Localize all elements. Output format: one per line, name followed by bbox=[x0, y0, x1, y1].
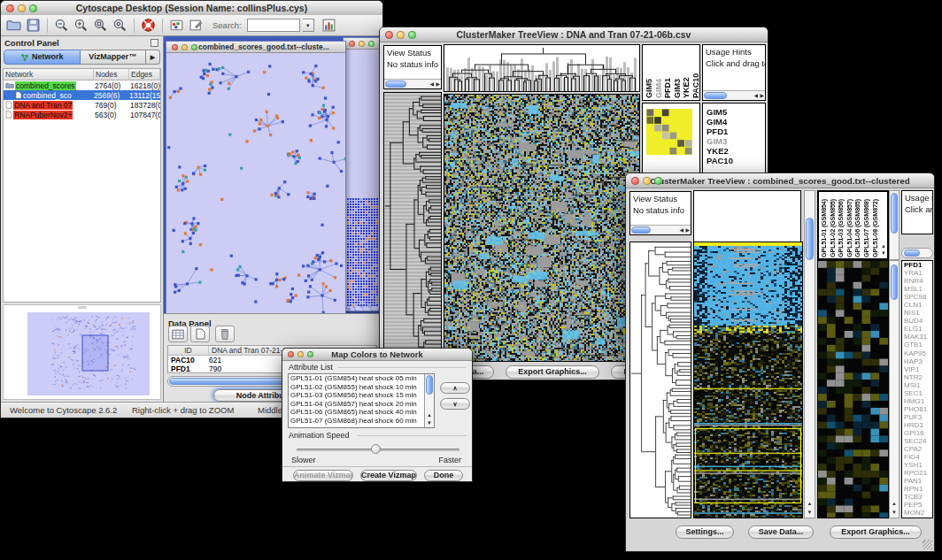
gene-label[interactable]: PAC10 bbox=[705, 156, 765, 165]
table-mode-button[interactable] bbox=[168, 326, 188, 342]
zoom-window-icon[interactable] bbox=[29, 4, 37, 12]
scroll-left-icon[interactable]: ◀ bbox=[679, 227, 683, 234]
save-button[interactable] bbox=[25, 17, 42, 34]
gene-label[interactable]: RPO21 bbox=[902, 469, 932, 477]
attribute-item[interactable]: GPL51-07 (GSM868) heat shock 60 min bbox=[290, 417, 434, 426]
zoom-window-icon[interactable] bbox=[307, 351, 313, 357]
create-vizmap-button[interactable]: Create Vizmap bbox=[360, 470, 417, 481]
dna-export-graphics-button[interactable]: Export Graphics... bbox=[506, 365, 599, 379]
row-dendrogram-canvas[interactable] bbox=[384, 93, 441, 361]
close-icon[interactable] bbox=[172, 44, 178, 50]
gene-label[interactable]: GPI16 bbox=[902, 429, 932, 437]
col-network[interactable]: Network bbox=[4, 69, 94, 80]
gene-label[interactable]: HMG1 bbox=[902, 397, 932, 405]
animate-vizmap-button[interactable]: Animate Vizmap bbox=[293, 470, 353, 481]
combined-heatmap-canvas[interactable] bbox=[694, 242, 802, 518]
window-controls[interactable] bbox=[349, 41, 374, 47]
scroll-up-icon[interactable]: ▲ bbox=[890, 501, 899, 507]
gene-label[interactable]: HAP3 bbox=[902, 357, 932, 365]
scroll-up-icon[interactable]: ▲ bbox=[805, 501, 815, 507]
dialog-titlebar[interactable]: Map Colors to Network bbox=[282, 349, 472, 361]
gene-label[interactable]: KAP95 bbox=[902, 349, 932, 357]
gene-label[interactable]: GIM5 bbox=[705, 107, 765, 117]
dna-heatmap-panel[interactable] bbox=[444, 94, 640, 362]
combined-gene-list[interactable]: PFD1YRA1RNR4MSL1SPC98CLN1NIS1BUD4ELG1MAK… bbox=[901, 260, 933, 518]
zoom-out-icon[interactable] bbox=[53, 17, 70, 34]
window-controls[interactable] bbox=[172, 44, 197, 50]
gene-label[interactable]: PHO81 bbox=[902, 405, 932, 413]
attribute-item[interactable]: GPL51-02 (GSM855) heat shock 10 min bbox=[290, 383, 434, 392]
tab-overflow-button[interactable]: ▶ bbox=[146, 50, 160, 65]
attribute-item[interactable]: GPL51-01 (GSM854) heat shock 05 min bbox=[290, 374, 434, 383]
zoom-fit-icon[interactable] bbox=[112, 17, 128, 34]
network-canvas-grid[interactable] bbox=[344, 50, 382, 311]
scroll-down-icon[interactable]: ▼ bbox=[881, 250, 886, 257]
child-titlebar[interactable]: combined_scores_good.txt--cluste... bbox=[166, 42, 345, 53]
gene-label[interactable]: GIM4 bbox=[705, 117, 765, 127]
gene-label[interactable]: YRA1 bbox=[902, 269, 932, 277]
scroll-up-icon[interactable]: ▲ bbox=[425, 412, 434, 418]
scroll-right-icon[interactable]: ▶ bbox=[760, 93, 764, 99]
vizmapper-icon[interactable] bbox=[168, 17, 185, 34]
gene-label[interactable]: SPC98 bbox=[902, 293, 932, 301]
network-row[interactable]: RNAPuberNov2+ 563(0) 107847(0) bbox=[4, 110, 160, 119]
scroll-up-icon[interactable]: ▲ bbox=[881, 243, 886, 249]
gene-label[interactable]: RPN1 bbox=[902, 485, 932, 493]
tab-vizmapper[interactable]: VizMapper™ bbox=[81, 50, 146, 65]
delete-attribute-button[interactable] bbox=[215, 326, 235, 342]
gene-label[interactable]: PFD1 bbox=[902, 261, 932, 269]
zoom-window-icon[interactable] bbox=[654, 177, 662, 185]
minimize-icon[interactable] bbox=[359, 41, 365, 47]
network-overview-canvas[interactable] bbox=[27, 312, 150, 395]
combined-heatmap-panel[interactable] bbox=[693, 242, 803, 518]
gene-label[interactable]: PFD1 bbox=[705, 127, 765, 136]
gene-label[interactable]: BUD4 bbox=[902, 317, 932, 325]
attribute-item[interactable]: GPL51-04 (GSM857) heat shock 20 min bbox=[290, 400, 434, 409]
close-icon[interactable] bbox=[631, 177, 639, 185]
zoom-window-icon[interactable] bbox=[191, 44, 197, 50]
listbox-scrollbar[interactable]: ▲ ▼ bbox=[424, 374, 434, 427]
search-dropdown-button[interactable]: ▼ bbox=[303, 19, 314, 32]
attribute-listbox[interactable]: GPL51-01 (GSM854) heat shock 05 minGPL51… bbox=[288, 373, 435, 428]
detail-vscrollbar[interactable]: ▲ ▼ bbox=[889, 260, 900, 518]
window-controls[interactable] bbox=[385, 31, 416, 39]
combined-detail-panel[interactable] bbox=[817, 260, 889, 518]
float-panel-icon[interactable] bbox=[151, 39, 158, 47]
dna-titlebar[interactable]: ClusterMaker TreeView : DNA and Tran 07-… bbox=[380, 27, 768, 42]
gene-label[interactable]: MSL1 bbox=[902, 285, 932, 293]
detail-heatmap-canvas[interactable] bbox=[818, 261, 888, 518]
main-titlebar[interactable]: Cytoscape Desktop (Session Name: collins… bbox=[1, 1, 382, 16]
correlation-matrix-canvas[interactable] bbox=[646, 109, 692, 155]
minimize-icon[interactable] bbox=[397, 31, 405, 39]
open-file-button[interactable] bbox=[5, 17, 22, 34]
search-input[interactable] bbox=[247, 19, 300, 32]
gene-label[interactable]: SEC1 bbox=[902, 389, 932, 397]
gene-label[interactable]: MSI1 bbox=[902, 381, 932, 389]
window-controls[interactable] bbox=[6, 4, 37, 12]
zoom-selected-icon[interactable] bbox=[92, 17, 109, 34]
row-dendrogram-canvas[interactable] bbox=[630, 242, 691, 518]
attribute-item[interactable]: GPL51-06 (GSM865) heat shock 40 min bbox=[290, 408, 434, 417]
zoom-window-icon[interactable] bbox=[368, 41, 374, 47]
minimize-icon[interactable] bbox=[18, 4, 26, 12]
gene-label[interactable]: CPA2 bbox=[902, 445, 932, 453]
close-icon[interactable] bbox=[349, 41, 355, 47]
report-icon[interactable] bbox=[320, 17, 337, 34]
gene-label[interactable]: NTR2 bbox=[902, 373, 932, 381]
zoom-window-icon[interactable] bbox=[408, 31, 416, 39]
gene-label[interactable]: HRD3 bbox=[902, 421, 932, 429]
gene-label[interactable]: PEP5 bbox=[902, 501, 932, 509]
gene-label[interactable]: GTB1 bbox=[902, 341, 932, 349]
minimize-icon[interactable] bbox=[181, 44, 188, 50]
dna-heatmap-canvas[interactable] bbox=[444, 95, 639, 361]
network-row-selected[interactable]: combined_sco 2569(6) 13112(15) bbox=[4, 90, 160, 100]
dna-column-dendrogram-panel[interactable] bbox=[444, 44, 640, 92]
gene-label[interactable]: PUF3 bbox=[902, 413, 932, 421]
col-nodes[interactable]: Nodes bbox=[94, 69, 129, 80]
gene-label[interactable]: MAK31 bbox=[902, 333, 932, 341]
gene-label[interactable]: YKE2 bbox=[705, 146, 765, 156]
gene-label[interactable]: MON2 bbox=[902, 509, 932, 517]
window-controls[interactable] bbox=[631, 177, 662, 185]
network-row[interactable]: combined_scores 2764(0) 16218(0) bbox=[4, 81, 160, 90]
child-titlebar[interactable] bbox=[344, 38, 382, 50]
